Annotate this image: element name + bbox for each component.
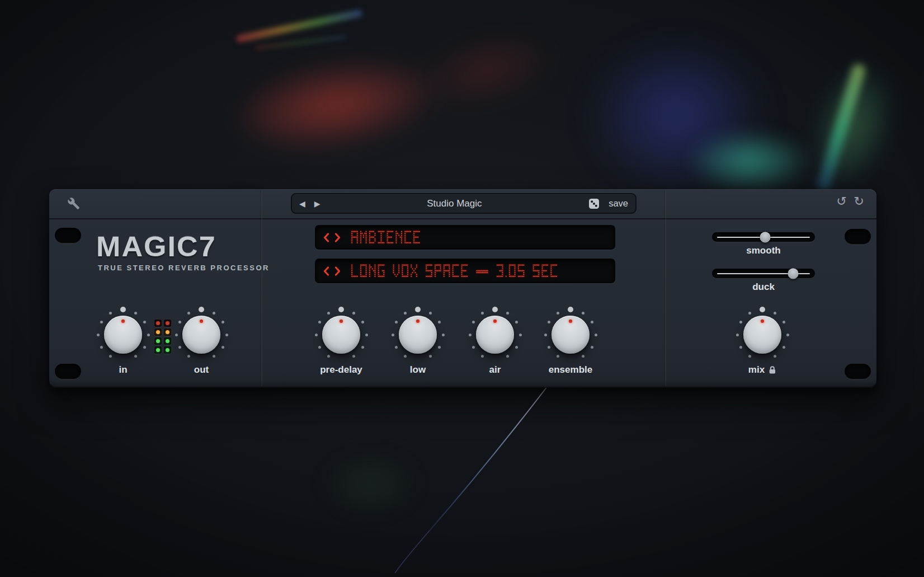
knob-tick-dot bbox=[582, 355, 584, 358]
display1-next-icon[interactable] bbox=[334, 233, 341, 242]
knob-tick-dot bbox=[748, 355, 751, 358]
knob-tick-dot bbox=[338, 307, 344, 312]
knob-tick-dot bbox=[429, 355, 432, 358]
pre-delay-knob-module: pre-delay bbox=[304, 298, 378, 372]
knob-tick-dot bbox=[591, 346, 593, 349]
green-led bbox=[154, 346, 162, 354]
mix-knob[interactable] bbox=[743, 316, 781, 354]
knob-tick-dot bbox=[481, 312, 484, 315]
preset-name[interactable]: Studio Magic bbox=[329, 198, 580, 209]
dice-icon[interactable] bbox=[588, 198, 600, 209]
knob-tick-dot bbox=[178, 321, 181, 323]
red-led bbox=[154, 320, 162, 327]
smooth-slider[interactable] bbox=[712, 232, 815, 242]
knob-tick-dot bbox=[548, 346, 550, 349]
bottom-green-haze bbox=[305, 445, 436, 523]
knob-tick-dot bbox=[782, 346, 785, 349]
previous-preset-button[interactable]: ◀ bbox=[299, 200, 305, 208]
rack-bottom-lip bbox=[49, 380, 876, 388]
knob-tick-dot bbox=[415, 307, 421, 312]
knob-tick-dot bbox=[134, 355, 137, 358]
knob-tick-dot bbox=[506, 312, 509, 315]
pre-delay-knob-label: pre-delay bbox=[320, 364, 362, 376]
knob-tick-dot bbox=[365, 334, 368, 336]
knob-tick-dot bbox=[147, 334, 150, 336]
display2-next-icon[interactable] bbox=[334, 266, 341, 276]
knob-tick-dot bbox=[568, 307, 573, 312]
ensemble-knob[interactable] bbox=[551, 316, 590, 354]
knob-tick-dot bbox=[315, 334, 318, 336]
ensemble-knob-label: ensemble bbox=[549, 364, 592, 376]
knob-tick-dot bbox=[199, 307, 204, 312]
knob-tick-dot bbox=[327, 355, 330, 358]
knob-tick-dot bbox=[739, 321, 742, 323]
lcd-text-line1 bbox=[350, 229, 423, 245]
knob-tick-dot bbox=[515, 346, 518, 349]
knob-tick-dot bbox=[760, 307, 765, 312]
teal-light-blob bbox=[674, 123, 825, 199]
knob-tick-dot bbox=[591, 321, 593, 323]
knob-tick-dot bbox=[736, 334, 739, 336]
duck-slider[interactable] bbox=[712, 269, 815, 278]
low-knob-module: low bbox=[381, 298, 455, 372]
duck-slider-thumb[interactable] bbox=[788, 268, 799, 279]
panel-seam-right bbox=[664, 191, 667, 386]
rainbow-light-streak-echo bbox=[254, 35, 347, 50]
low-knob[interactable] bbox=[399, 316, 437, 354]
top-toolbar: ◀ ▶ Studio Magic save ↺ ↻ bbox=[49, 189, 876, 219]
knob-tick-dot bbox=[213, 312, 215, 315]
next-preset-button[interactable]: ▶ bbox=[314, 200, 320, 208]
wrench-icon[interactable] bbox=[67, 197, 80, 210]
knob-tick-dot bbox=[429, 312, 432, 315]
red-light-blob-tail bbox=[385, 7, 589, 132]
green-led bbox=[154, 337, 162, 345]
smooth-slider-label: smooth bbox=[712, 245, 815, 256]
ensemble-knob-module: ensemble bbox=[534, 298, 607, 372]
knob-tick-dot bbox=[143, 346, 146, 349]
out-knob[interactable] bbox=[182, 316, 220, 354]
undo-icon[interactable]: ↺ bbox=[836, 194, 846, 209]
knob-tick-dot bbox=[187, 312, 190, 315]
knob-tick-dot bbox=[143, 321, 146, 323]
in-knob[interactable] bbox=[104, 316, 142, 354]
save-button[interactable]: save bbox=[609, 198, 628, 209]
knob-tick-dot bbox=[469, 334, 472, 336]
knob-tick-dot bbox=[395, 346, 398, 349]
mix-knob-label-text: mix bbox=[748, 364, 765, 376]
brand-logo: MAGIC7 bbox=[96, 233, 276, 261]
knob-tick-dot bbox=[361, 346, 364, 349]
knob-tick-dot bbox=[782, 321, 785, 323]
in-knob-label: in bbox=[119, 364, 127, 376]
knob-tick-dot bbox=[472, 346, 475, 349]
panel-seam-left bbox=[261, 191, 263, 386]
lcd-text-line2 bbox=[350, 263, 560, 279]
display1-prev-icon[interactable] bbox=[323, 233, 329, 242]
knob-tick-dot bbox=[438, 346, 441, 349]
knob-tick-dot bbox=[100, 346, 103, 349]
reverb-rack-unit: ◀ ▶ Studio Magic save ↺ ↻ bbox=[49, 189, 876, 388]
display2-prev-icon[interactable] bbox=[323, 266, 329, 276]
indigo-light-blob bbox=[565, 20, 789, 210]
air-knob[interactable] bbox=[476, 316, 514, 354]
knob-tick-dot bbox=[97, 334, 100, 336]
knob-tick-dot bbox=[548, 321, 550, 323]
history-controls: ↺ ↻ bbox=[836, 194, 864, 209]
smooth-slider-thumb[interactable] bbox=[760, 232, 771, 242]
knob-tick-dot bbox=[557, 312, 559, 315]
knob-tick-dot bbox=[515, 321, 518, 323]
knob-tick-dot bbox=[221, 346, 224, 349]
knob-tick-dot bbox=[175, 334, 178, 336]
brand-block: MAGIC7 TRUE STEREO REVERB PROCESSOR bbox=[96, 233, 270, 272]
knob-tick-dot bbox=[327, 312, 330, 315]
knob-tick-dot bbox=[557, 355, 559, 358]
knob-tick-dot bbox=[404, 312, 407, 315]
knob-tick-dot bbox=[481, 355, 484, 358]
pre-delay-knob[interactable] bbox=[322, 316, 360, 354]
knob-tick-dot bbox=[774, 355, 776, 358]
screw bbox=[845, 229, 871, 245]
air-knob-label: air bbox=[489, 364, 501, 376]
knob-tick-dot bbox=[442, 334, 445, 336]
screenshot-stage: ◀ ▶ Studio Magic save ↺ ↻ bbox=[0, 0, 924, 577]
redo-icon[interactable]: ↻ bbox=[854, 194, 864, 209]
knob-tick-dot bbox=[178, 346, 181, 349]
